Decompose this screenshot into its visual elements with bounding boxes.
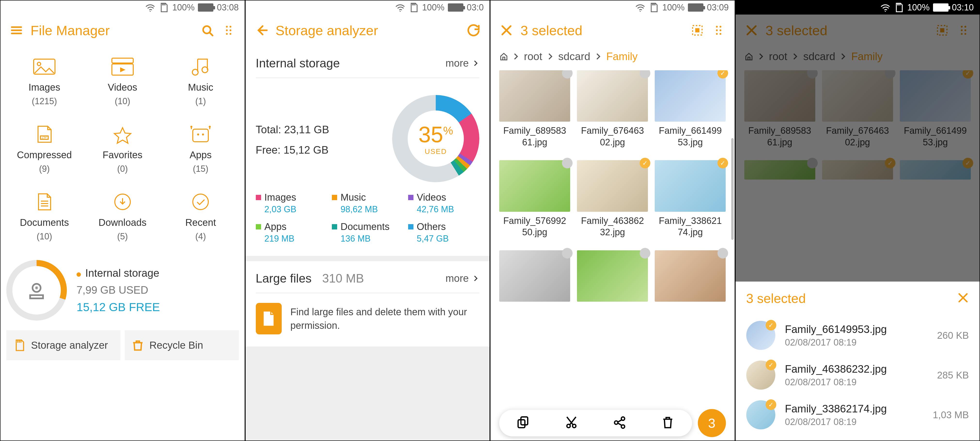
sheet-row[interactable]: Family_46386232.jpg 02/08/2017 08:19 285… <box>746 355 969 395</box>
select-badge[interactable] <box>640 248 650 258</box>
file-thumb[interactable] <box>822 160 893 180</box>
breadcrumb: root sdcard Family <box>736 46 980 70</box>
bullet-icon <box>76 272 81 277</box>
section-large-files[interactable]: Large files 310 MB more <box>246 261 490 293</box>
file-thumb[interactable] <box>499 250 570 302</box>
legend-item-apps[interactable]: Apps 219 MB <box>256 221 327 244</box>
refresh-icon <box>467 24 480 37</box>
category-count: (10) <box>115 96 130 107</box>
legend-value: 42,76 MB <box>417 204 480 215</box>
file-thumb[interactable]: Family_33862174.jpg <box>655 160 725 238</box>
share-button[interactable] <box>613 416 626 430</box>
crumb-sdcard[interactable]: sdcard <box>803 50 835 62</box>
file-thumb[interactable] <box>655 250 725 302</box>
file-size: 260 KB <box>937 330 969 341</box>
category-favorites[interactable]: Favorites (0) <box>84 123 162 174</box>
thumbnail-image <box>745 70 815 122</box>
refresh-button[interactable] <box>466 23 481 38</box>
chevron-right-icon <box>472 60 479 67</box>
file-thumb[interactable]: Family_68958361.jpg <box>499 70 570 148</box>
category-recent[interactable]: Recent (4) <box>162 191 240 242</box>
search-button[interactable] <box>200 23 215 38</box>
file-thumb[interactable]: Family_68958361.jpg <box>745 70 815 148</box>
file-name: Family_46386232.jpg <box>785 363 928 375</box>
crumb-sdcard[interactable]: sdcard <box>558 50 590 62</box>
legend-item-videos[interactable]: Videos 42,76 MB <box>408 192 480 215</box>
home-icon[interactable] <box>745 53 753 60</box>
legend-item-music[interactable]: Music 98,62 MB <box>332 192 403 215</box>
file-thumb[interactable]: Family_67646302.jpg <box>822 70 893 148</box>
sheet-row[interactable]: Family_66149953.jpg 02/08/2017 08:19 260… <box>746 315 969 355</box>
overflow-icon <box>957 24 970 37</box>
menu-button[interactable] <box>9 23 24 38</box>
overflow-button[interactable] <box>956 23 971 38</box>
category-label: Recent <box>185 217 216 228</box>
category-apps[interactable]: Apps (15) <box>162 123 240 174</box>
category-downloads[interactable]: Downloads (5) <box>84 191 162 242</box>
category-images[interactable]: Images (1215) <box>5 56 84 107</box>
crumb-root[interactable]: root <box>524 50 542 62</box>
battery-pct: 100% <box>172 2 194 13</box>
file-thumb[interactable]: Family_57699250.jpg <box>499 160 570 238</box>
cut-button[interactable] <box>565 416 578 430</box>
select-badge[interactable] <box>807 70 818 78</box>
home-icon[interactable] <box>500 53 508 60</box>
select-all-icon <box>691 24 704 37</box>
category-videos[interactable]: Videos (10) <box>84 56 162 107</box>
sheet-row[interactable]: Family_33862174.jpg 02/08/2017 08:19 1,0… <box>746 395 969 435</box>
select-badge[interactable] <box>807 158 818 169</box>
file-thumb[interactable]: Family_66149953.jpg <box>655 70 725 148</box>
select-badge[interactable] <box>718 248 728 258</box>
crumb-root[interactable]: root <box>769 50 788 62</box>
sheet-close-button[interactable] <box>957 292 969 304</box>
file-thumb[interactable]: Family_66149953.jpg <box>900 70 971 148</box>
select-badge[interactable] <box>718 70 728 78</box>
select-all-button[interactable] <box>690 23 705 38</box>
file-thumb[interactable] <box>900 160 971 180</box>
legend-name: Documents <box>340 221 390 232</box>
legend-item-others[interactable]: Others 5,47 GB <box>408 221 480 244</box>
file-name: Family_68958361.jpg <box>748 125 811 148</box>
category-compressed[interactable]: ZIP Compressed (9) <box>5 123 84 174</box>
delete-button[interactable] <box>661 416 675 430</box>
overflow-button[interactable] <box>221 23 236 38</box>
category-music[interactable]: Music (1) <box>162 56 240 107</box>
category-documents[interactable]: Documents (10) <box>5 191 84 242</box>
category-label: Music <box>188 82 213 93</box>
category-label: Favorites <box>103 150 143 161</box>
file-thumb[interactable] <box>745 160 815 180</box>
legend-value: 5,47 GB <box>417 234 480 244</box>
select-badge[interactable] <box>640 158 650 169</box>
close-selection-button[interactable] <box>499 23 514 38</box>
file-name: Family_46386232.jpg <box>581 215 644 238</box>
tile-storage-analyzer[interactable]: Storage analyzer <box>6 330 120 360</box>
selection-count-fab[interactable]: 3 <box>698 409 726 437</box>
file-thumb[interactable]: Family_67646302.jpg <box>577 70 648 148</box>
section-internal-storage[interactable]: Internal storage more <box>246 46 490 78</box>
file-thumb[interactable] <box>577 250 648 302</box>
legend-item-documents[interactable]: Documents 136 MB <box>332 221 403 244</box>
close-selection-button[interactable] <box>745 23 759 38</box>
file-thumb[interactable]: Family_46386232.jpg <box>577 160 648 238</box>
scrollbar[interactable] <box>731 138 733 240</box>
select-badge[interactable] <box>640 70 650 78</box>
select-badge[interactable] <box>885 70 896 78</box>
overflow-button[interactable] <box>711 23 726 38</box>
select-badge[interactable] <box>562 158 573 169</box>
select-badge[interactable] <box>963 158 973 169</box>
select-badge[interactable] <box>963 70 973 78</box>
legend-item-images[interactable]: Images 2,03 GB <box>256 192 327 215</box>
thumbnail-grid: Family_68958361.jpg Family_67646302.jpg … <box>490 70 735 238</box>
select-badge[interactable] <box>718 158 728 169</box>
select-badge[interactable] <box>562 248 573 258</box>
select-badge[interactable] <box>885 158 896 169</box>
close-icon <box>500 24 513 37</box>
back-button[interactable] <box>255 23 269 38</box>
select-all-button[interactable] <box>935 23 950 38</box>
tile-recycle-bin[interactable]: Recycle Bin <box>125 330 239 360</box>
copy-button[interactable] <box>516 416 530 430</box>
internal-storage-card[interactable]: Internal storage 7,99 GB USED 15,12 GB F… <box>6 260 239 321</box>
legend-swatch <box>332 195 337 200</box>
large-size: 310 MB <box>322 271 364 285</box>
battery-pct: 100% <box>907 2 930 13</box>
